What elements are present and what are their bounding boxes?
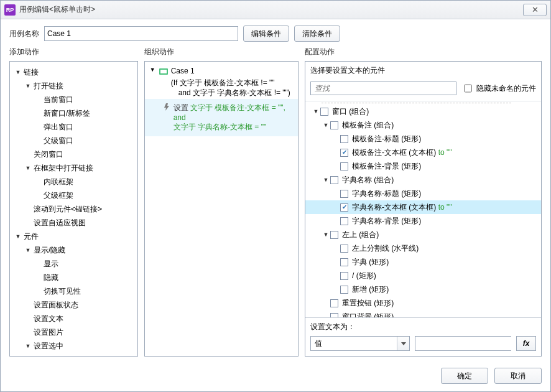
search-input[interactable] [310,82,456,95]
tree-window-bg[interactable]: 窗口背景 (矩形) [305,310,541,317]
tree-set-adaptive-view[interactable]: 设置自适应视图 [10,216,137,230]
hide-unnamed-checkbox[interactable] [464,82,472,95]
tree-scroll-to-anchor[interactable]: 滚动到元件<锚链接> [10,202,137,216]
add-action-column: 添加动作 ▼链接 ▼打开链接 当前窗口 新窗口/新标签 弹出窗口 父级窗口 关闭… [9,47,138,357]
tree-left-top-divider[interactable]: 左上分割线 (水平线) [305,241,541,255]
hide-unnamed-row[interactable]: 隐藏未命名的元件 [461,80,536,97]
action-item-set-text[interactable]: 设置 文字于 模板备注-文本框 = "", and 文字于 字典名称-文本框 =… [145,99,298,136]
checkbox[interactable] [330,176,338,184]
bolt-icon [162,103,171,111]
checkbox-checked[interactable] [340,203,348,212]
clear-condition-button[interactable]: 清除条件 [294,26,340,42]
checkbox[interactable] [340,245,348,253]
tree-parent-window[interactable]: 父级窗口 [10,134,137,147]
dropdown-value: 值 [315,338,322,349]
tree-template-notes-textbox[interactable]: 模板备注-文本框 (文本框) to "" [305,146,541,159]
ok-button[interactable]: 确定 [441,368,488,384]
tree-inline-frame[interactable]: 内联框架 [10,175,137,189]
checkbox[interactable] [330,231,338,239]
set-text-block: 设置文本为： 值 fx [305,317,541,356]
tree-set-selected[interactable]: ▼设置选中 [10,339,137,353]
tree-add-new[interactable]: 新增 (矩形) [305,282,541,296]
chevron-down-icon: ▼ [24,342,32,350]
case-icon [159,67,169,77]
case-node[interactable]: ▼ Case 1 [145,64,298,78]
action-text: 设置 文字于 模板备注-文本框 = "", and 文字于 字典名称-文本框 =… [174,103,293,133]
checkbox[interactable] [330,313,338,318]
configure-action-column: 配置动作 选择要设置文本的元件 隐藏未命名的元件 ▼窗口 (组合) ▼模板备注 … [305,47,542,357]
close-button[interactable]: ✕ [523,4,547,16]
chevron-down-icon: ▼ [14,232,22,241]
tree-dict-name-textbox[interactable]: 字典名称-文本框 (文本框) to "" [305,200,541,214]
checkbox[interactable] [330,299,338,307]
tree-dict-name-title[interactable]: 字典名称-标题 (矩形) [305,187,541,200]
tree-template-notes-title[interactable]: 模板备注-标题 (矩形) [305,132,541,146]
svg-marker-2 [164,103,169,111]
tree-select[interactable]: 选中 [10,353,137,357]
case-condition-line-1: (If 文字于 模板备注-文本框 != "" [145,78,298,88]
window-title: 用例编辑<鼠标单击时> [19,4,95,15]
configure-search-row: 隐藏未命名的元件 [305,77,541,101]
configure-action-label: 配置动作 [305,47,542,57]
tree-show[interactable]: 显示 [10,257,137,271]
organize-action-label: 组织动作 [144,47,299,57]
close-icon: ✕ [532,5,539,14]
checkbox[interactable] [340,217,348,225]
edit-condition-button[interactable]: 编辑条件 [243,26,289,42]
checkbox[interactable] [340,190,348,198]
tree-slash[interactable]: / (矩形) [305,269,541,282]
top-row: 用例名称 编辑条件 清除条件 [1,19,550,47]
tree-set-image[interactable]: 设置图片 [10,325,137,339]
tree-template-notes-bg[interactable]: 模板备注-背景 (矩形) [305,159,541,173]
chevron-down-icon: ▼ [24,246,32,254]
tree-dict[interactable]: 字典 (矩形) [305,255,541,269]
three-columns: 添加动作 ▼链接 ▼打开链接 当前窗口 新窗口/新标签 弹出窗口 父级窗口 关闭… [1,47,550,363]
checkbox-checked[interactable] [340,149,348,157]
case-name-input[interactable] [44,26,238,41]
tree-window-group[interactable]: ▼窗口 (组合) [305,105,541,118]
tree-set-panel-state[interactable]: 设置面板状态 [10,298,137,312]
chevron-down-icon: ▼ [312,107,320,116]
tree-reset-button[interactable]: 重置按钮 (矩形) [305,296,541,310]
title-bar: RP 用例编辑<鼠标单击时> ✕ [1,1,550,19]
tree-dict-name-bg[interactable]: 字典名称-背景 (矩形) [305,214,541,228]
tree-parent-frame[interactable]: 父级框架 [10,189,137,202]
checkbox[interactable] [340,135,348,143]
svg-marker-3 [401,342,406,345]
tree-popup-window[interactable]: 弹出窗口 [10,120,137,134]
tree-toggle-visibility[interactable]: 切换可见性 [10,284,137,298]
tree-hide[interactable]: 隐藏 [10,271,137,284]
tree-dict-name-group[interactable]: ▼字典名称 (组合) [305,173,541,187]
organize-panel: ▼ Case 1 (If 文字于 模板备注-文本框 != "" and 文字于 … [144,61,299,357]
set-text-value-input[interactable] [415,336,511,351]
organize-action-column: 组织动作 ▼ Case 1 (If 文字于 模板备注-文本框 != "" and… [144,47,299,357]
tree-open-in-frame[interactable]: ▼在框架中打开链接 [10,161,137,175]
tree-open-link[interactable]: ▼打开链接 [10,79,137,93]
set-text-mode-dropdown[interactable]: 值 [310,336,410,351]
divider [322,103,511,103]
checkbox[interactable] [340,162,348,170]
cancel-button[interactable]: 取消 [494,368,542,384]
set-text-label: 设置文本为： [310,322,536,332]
checkbox[interactable] [340,258,348,266]
tree-show-hide[interactable]: ▼显示/隐藏 [10,243,137,257]
dialog-window: { "window": { "title": "用例编辑<鼠标单击时>" }, … [0,0,551,392]
tree-new-window[interactable]: 新窗口/新标签 [10,106,137,120]
tree-set-text[interactable]: 设置文本 [10,312,137,325]
tree-left-top-group[interactable]: ▼左上 (组合) [305,228,541,241]
tree-close-window[interactable]: 关闭窗口 [10,147,137,161]
configure-heading: 选择要设置文本的元件 [305,62,541,77]
checkbox[interactable] [340,286,348,294]
tree-widget-category[interactable]: ▼元件 [10,230,137,243]
checkbox[interactable] [320,108,328,116]
checkbox[interactable] [330,121,338,129]
chevron-down-icon: ▼ [322,230,330,239]
tree-template-notes-group[interactable]: ▼模板备注 (组合) [305,118,541,132]
checkbox[interactable] [340,272,348,280]
chevron-down-icon: ▼ [14,68,22,77]
tree-current-window[interactable]: 当前窗口 [10,93,137,106]
fx-button[interactable]: fx [516,336,536,351]
configure-panel: 选择要设置文本的元件 隐藏未命名的元件 ▼窗口 (组合) ▼模板备注 (组合) … [305,61,542,357]
tree-link-category[interactable]: ▼链接 [10,65,137,79]
add-action-label: 添加动作 [9,47,138,57]
